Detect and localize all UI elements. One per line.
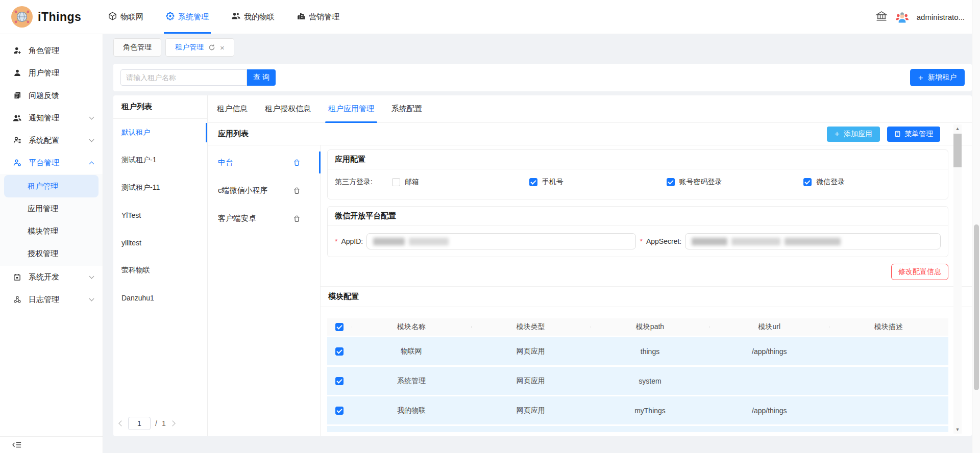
appid-input[interactable]	[366, 233, 635, 249]
tenant-item[interactable]: 测试租户-11	[113, 174, 207, 202]
search-input[interactable]	[120, 69, 247, 86]
app-config-card: 应用配置 第三方登录: 邮箱 手机号	[327, 149, 948, 199]
sidebar-item-roles[interactable]: 角色管理	[0, 39, 103, 62]
cell-module-path: system	[591, 377, 710, 385]
sidebar-item-logs[interactable]: 日志管理	[0, 288, 103, 311]
appid-label: AppID:	[341, 237, 363, 245]
sidebar-subitem-auth[interactable]: 授权管理	[0, 242, 103, 265]
tenant-name: 萤科物联	[121, 266, 150, 275]
tenant-name: YlTest	[121, 211, 141, 219]
scroll-down-icon[interactable]: ▼	[955, 425, 960, 434]
add-app-button[interactable]: + 添加应用	[827, 127, 880, 142]
marketing-icon	[297, 12, 305, 21]
scrollbar-thumb[interactable]	[953, 134, 962, 167]
trash-icon[interactable]	[293, 215, 301, 223]
sidebar-item-notifications[interactable]: 通知管理	[0, 107, 103, 129]
avatar[interactable]	[895, 11, 909, 23]
cell-module-type: 网页应用	[471, 376, 591, 386]
chevron-down-icon	[89, 137, 94, 142]
nav-item-system[interactable]: 系统管理	[160, 0, 215, 34]
sidebar-item-platform[interactable]: 平台管理	[0, 152, 103, 174]
sidebar-item-users[interactable]: 用户管理	[0, 62, 103, 84]
appsecret-redacted-value	[731, 238, 780, 245]
tenant-item[interactable]: yllltest	[113, 229, 207, 257]
page-scrollbar-thumb[interactable]	[974, 224, 979, 390]
sidebar-item-label: 用户管理	[29, 68, 59, 78]
app-item[interactable]: 客户端安卓	[208, 205, 320, 233]
calendar-icon	[12, 273, 22, 281]
app-item[interactable]: c端微信小程序	[208, 177, 320, 205]
sidebar-item-label: 系统配置	[29, 136, 59, 145]
collapse-sidebar-icon[interactable]	[12, 441, 21, 448]
appsecret-input[interactable]	[685, 233, 941, 249]
appid-redacted-value	[373, 238, 405, 245]
nav-item-iot[interactable]: 物联网	[102, 0, 150, 34]
option-label: 账号密码登录	[679, 178, 722, 187]
checkbox-wechat[interactable]	[803, 178, 812, 186]
tab-label: 角色管理	[123, 43, 152, 52]
feedback-icon	[12, 91, 22, 99]
row-checkbox[interactable]	[335, 377, 344, 385]
sidebar-item-label: 应用管理	[28, 204, 58, 214]
tenant-name: Danzuhu1	[121, 294, 154, 302]
menu-manage-button[interactable]: 菜单管理	[887, 127, 940, 142]
table-row[interactable]: 系统管理 网页应用 system	[327, 367, 948, 395]
scroll-up-icon[interactable]: ▲	[955, 124, 960, 133]
brand: iThings	[11, 6, 97, 28]
row-checkbox[interactable]	[335, 407, 344, 415]
sidebar-item-label: 日志管理	[29, 295, 59, 305]
appsecret-label: AppSecret:	[646, 237, 681, 245]
next-page-icon[interactable]	[169, 420, 175, 426]
app-item[interactable]: 中台	[208, 148, 320, 177]
nav-item-label: 营销管理	[309, 12, 339, 22]
app-list: 中台 c端微信小程序 客户端安卓	[208, 145, 321, 436]
tab-tenant-management[interactable]: 租户管理 ×	[165, 38, 234, 57]
module-config-section: 模块配置 模块名称 模块类型 模块path 模块url 模块描述	[321, 286, 972, 432]
sidebar-subitem-apps[interactable]: 应用管理	[0, 197, 103, 220]
pagination: / 1	[119, 417, 175, 430]
trash-icon[interactable]	[293, 187, 301, 195]
checkbox-password[interactable]	[667, 178, 675, 186]
logo-icon	[11, 6, 33, 28]
select-all-checkbox[interactable]	[335, 323, 344, 331]
tab-tenant-apps[interactable]: 租户应用管理	[328, 95, 374, 122]
tab-tenant-auth[interactable]: 租户授权信息	[265, 95, 311, 122]
row-checkbox[interactable]	[335, 347, 344, 356]
bank-icon[interactable]	[875, 11, 888, 23]
username[interactable]: administrato...	[917, 13, 965, 21]
nav-item-my-iot[interactable]: 我的物联	[225, 0, 281, 34]
tenant-item[interactable]: 萤科物联	[113, 257, 207, 284]
close-icon[interactable]: ×	[220, 44, 225, 52]
sidebar-item-system-config[interactable]: 系统配置	[0, 129, 103, 152]
search-button[interactable]: 查 询	[247, 69, 276, 86]
sidebar-item-label: 平台管理	[29, 158, 59, 168]
sidebar-item-feedback[interactable]: 问题反馈	[0, 84, 103, 107]
tenant-item[interactable]: YlTest	[113, 202, 207, 229]
sidebar-item-sysdev[interactable]: 系统开发	[0, 266, 103, 288]
refresh-icon[interactable]	[208, 44, 215, 51]
tab-tenant-info[interactable]: 租户信息	[217, 95, 248, 122]
tab-role-management[interactable]: 角色管理	[113, 38, 161, 57]
tab-label: 租户信息	[217, 104, 248, 114]
option-label: 微信登录	[816, 178, 845, 187]
user-gear-icon	[12, 159, 22, 167]
trash-icon[interactable]	[293, 159, 301, 167]
page-number-input[interactable]	[128, 417, 151, 430]
tenant-item[interactable]: Danzuhu1	[113, 284, 207, 312]
nav-item-marketing[interactable]: 营销管理	[291, 0, 346, 34]
top-bar: iThings 物联网 系统管理 我的物联	[0, 0, 980, 34]
sidebar-subitem-tenants[interactable]: 租户管理	[4, 175, 99, 197]
tenant-item[interactable]: 测试租户-1	[113, 146, 207, 174]
modify-config-button[interactable]: 修改配置信息	[891, 264, 948, 280]
tab-system-config[interactable]: 系统配置	[391, 95, 422, 122]
tenant-item[interactable]: 默认租户	[113, 119, 207, 146]
third-party-login-row: 第三方登录: 邮箱 手机号	[328, 169, 948, 199]
checkbox-phone[interactable]	[529, 178, 537, 186]
prev-page-icon[interactable]	[118, 420, 124, 426]
sidebar-subitem-modules[interactable]: 模块管理	[0, 220, 103, 242]
table-row[interactable]: 物联网 网页应用 things /app/things	[327, 337, 948, 365]
top-right: administrato...	[875, 11, 965, 23]
table-row[interactable]: 我的物联 网页应用 myThings /app/things	[327, 396, 948, 424]
checkbox-email[interactable]	[392, 178, 400, 186]
add-tenant-button[interactable]: + 新增租户	[910, 69, 965, 86]
